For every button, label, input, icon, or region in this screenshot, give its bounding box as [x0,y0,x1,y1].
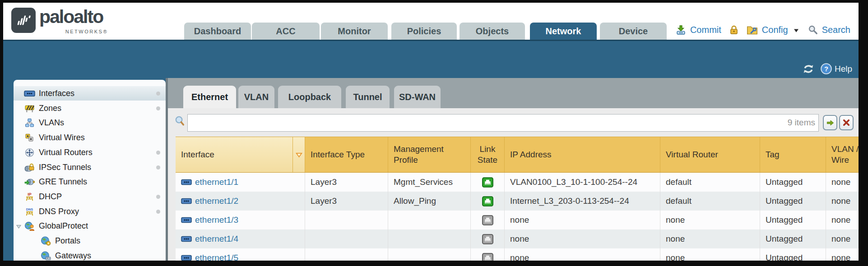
tab-objects[interactable]: Objects [460,23,525,40]
sidebar-item-label: VLANs [39,118,64,128]
tab-sd-wan[interactable]: SD-WAN [394,86,441,108]
sidebar-item-dhcp[interactable]: IPDHCP [14,189,166,204]
ethernet-port-icon [181,179,192,186]
tab-vlan[interactable]: VLAN [238,86,274,108]
cell-interface-type [305,248,388,261]
sidebar-item-globalprotect[interactable]: GlobalProtect [14,219,166,233]
svg-text:DNS: DNS [26,207,33,211]
tab-policies[interactable]: Policies [391,23,457,40]
tab-acc[interactable]: ACC [252,23,320,40]
item-dot [156,165,160,170]
ethernet-panel: 9 items InterfaceInterface TypeManagemen… [168,108,859,261]
column-header-interface[interactable]: Interface [176,137,293,172]
cell-interface: ethernet1/3 [176,211,305,229]
interface-link[interactable]: ethernet1/1 [195,177,238,187]
column-header-management-profile[interactable]: Management Profile [388,137,471,172]
ethernet-port-icon [181,235,192,243]
table-row[interactable]: ethernet1/2Layer3Allow_PingInternet_L3_2… [176,192,859,211]
expander-icon[interactable] [16,223,22,231]
cell-link-state [471,192,505,211]
zones-icon [23,104,35,113]
clear-filter-button[interactable] [839,115,854,130]
gre-tunnels-icon [23,178,35,186]
sidebar-item-gateways[interactable]: Gateways [14,248,166,261]
interface-link[interactable]: ethernet1/4 [195,234,238,244]
cell-vlan-wire: none [826,248,859,261]
sidebar-item-label: Portals [55,236,80,246]
sidebar-item-dns-proxy[interactable]: DNSDNS Proxy [14,204,166,219]
help-label[interactable]: Help [835,64,852,74]
search-button[interactable]: Search [822,25,850,35]
sidebar-item-label: Zones [39,104,61,113]
commit-button[interactable]: Commit [690,25,721,35]
refresh-icon[interactable] [803,64,814,74]
tab-network[interactable]: Network [530,23,597,40]
column-header-tag[interactable]: Tag [760,137,826,172]
link-down-icon [482,253,493,261]
sidebar-item-virtual-wires[interactable]: Virtual Wires [14,130,166,145]
lock-icon[interactable] [729,25,739,35]
table-row[interactable]: ethernet1/1Layer3Mgmt_ServicesVLAN0100_L… [176,173,859,192]
commit-icon[interactable] [676,25,686,35]
item-dot [156,106,160,110]
cell-link-state [471,248,505,261]
cell-interface: ethernet1/4 [176,229,305,248]
tab-device[interactable]: Device [600,23,667,40]
cell-interface: ethernet1/5 [176,248,305,261]
tab-loopback[interactable]: Loopback [278,86,341,108]
cell-vlan-wire: none [826,173,859,192]
cell-tag: Untagged [760,192,826,211]
filter-search-icon [175,115,185,127]
interface-link[interactable]: ethernet1/5 [195,253,238,261]
table-row[interactable]: ethernet1/4nonenoneUntaggednone [176,229,859,248]
sidebar-item-portals[interactable]: Portals [14,234,166,248]
column-header-vlan-wire[interactable]: VLAN / Wire [826,137,859,172]
link-up-icon [482,177,493,188]
chevron-down-icon[interactable] [793,28,799,33]
filter-input[interactable] [187,114,819,132]
table-row[interactable]: ethernet1/5nonenoneUntaggednone [176,248,859,261]
brand-wordmark: paloalto [39,6,103,28]
sidebar-item-virtual-routers[interactable]: Virtual Routers [14,145,166,160]
column-header-interface-type[interactable]: Interface Type [305,137,388,172]
tab-ethernet[interactable]: Ethernet [183,86,236,108]
globalprotect-icon [23,221,35,231]
interface-link[interactable]: ethernet1/3 [195,215,238,225]
tab-dashboard[interactable]: Dashboard [184,23,251,40]
virtual-wires-icon [23,133,35,142]
cell-interface: ethernet1/1 [176,173,305,192]
vlans-icon [23,118,35,127]
dns-proxy-icon: DNS [23,207,35,216]
cell-tag: Untagged [760,211,826,229]
sidebar-item-gre-tunnels[interactable]: GRE Tunnels [14,174,166,189]
sidebar-item-label: GRE Tunnels [39,177,87,187]
tab-monitor[interactable]: Monitor [321,23,388,40]
tab-tunnel[interactable]: Tunnel [346,86,390,108]
sidebar-item-label: Interfaces [39,89,74,98]
config-icon[interactable] [747,25,758,35]
sidebar-item-label: Gateways [55,251,91,261]
sidebar-item-interfaces[interactable]: Interfaces [14,86,166,101]
help-icon[interactable]: ? [821,63,832,74]
sidebar-item-zones[interactable]: Zones [14,101,166,115]
dhcp-icon: IP [23,192,35,202]
apply-filter-button[interactable] [823,115,837,130]
search-icon[interactable] [808,25,818,35]
cell-link-state [471,173,505,192]
sidebar-item-vlans[interactable]: VLANs [14,115,166,130]
interfaces-table: InterfaceInterface TypeManagement Profil… [176,137,859,261]
link-down-icon [482,215,493,225]
sidebar-item-ipsec-tunnels[interactable]: IPSec Tunnels [14,160,166,174]
svg-text:?: ? [824,65,828,73]
column-header-ip-address[interactable]: IP Address [505,137,660,172]
cell-vlan-wire: none [826,211,859,229]
cell-tag: Untagged [760,248,826,261]
config-menu[interactable]: Config [762,25,788,35]
interface-link[interactable]: ethernet1/2 [195,196,238,206]
column-header-virtual-router[interactable]: Virtual Router [660,137,760,172]
sort-dropdown-icon[interactable] [293,137,305,172]
cell-interface-type: Layer3 [305,192,388,211]
table-row[interactable]: ethernet1/3nonenoneUntaggednone [176,211,859,229]
column-header-link-state[interactable]: Link State [471,137,505,172]
sidebar-item-label: DHCP [39,192,62,202]
